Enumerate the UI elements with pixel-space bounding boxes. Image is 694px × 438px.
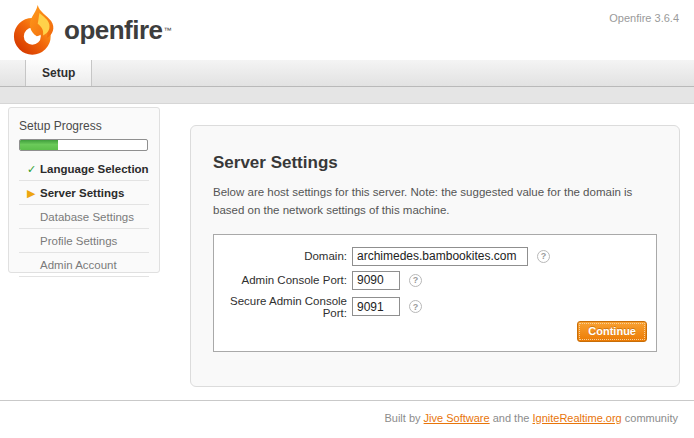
continue-button[interactable]: Continue (577, 321, 647, 342)
sidebar-item-admin-account[interactable]: Admin Account (19, 253, 149, 277)
page-title: Server Settings (213, 153, 657, 173)
form-row-admin-port: Admin Console Port: ? (214, 271, 644, 290)
progress-bar (19, 139, 148, 151)
sidebar-item-label: Database Settings (40, 211, 134, 223)
admin-port-label: Admin Console Port: (214, 274, 352, 286)
logo-trademark: ™ (164, 26, 172, 35)
sidebar-item-language-selection[interactable]: ✓ Language Selection (19, 157, 149, 181)
tab-bar: Setup (0, 60, 694, 87)
secure-port-label: Secure Admin Console Port: (214, 295, 352, 319)
help-icon[interactable]: ? (537, 250, 550, 263)
check-icon: ✓ (27, 164, 40, 175)
help-icon[interactable]: ? (409, 300, 422, 313)
form-row-domain: Domain: ? (214, 247, 644, 266)
logo-wordmark: openfire (64, 15, 163, 46)
footer-middle: and the (490, 412, 533, 424)
button-row: Continue (577, 321, 647, 342)
openfire-logo: openfire™ (10, 4, 172, 56)
header: openfire™ Openfire 3.6.4 (0, 0, 694, 60)
sidebar-item-server-settings[interactable]: ▶ Server Settings (19, 181, 149, 205)
sidebar-title: Setup Progress (19, 119, 149, 133)
sidebar-item-database-settings[interactable]: Database Settings (19, 205, 149, 229)
flame-icon (10, 4, 60, 56)
sidebar-item-label: Profile Settings (40, 235, 117, 247)
page-description: Below are host settings for this server.… (213, 184, 657, 220)
help-icon[interactable]: ? (409, 274, 422, 287)
secure-port-input[interactable] (352, 297, 400, 316)
content-area: Setup Progress ✓ Language Selection ▶ Se… (0, 104, 694, 399)
server-settings-form: Domain: ? Admin Console Port: ? Secure A… (213, 234, 657, 352)
domain-label: Domain: (214, 250, 352, 262)
sidebar-item-profile-settings[interactable]: Profile Settings (19, 229, 149, 253)
domain-input[interactable] (352, 247, 528, 266)
footer-suffix: community (622, 412, 678, 424)
setup-progress-sidebar: Setup Progress ✓ Language Selection ▶ Se… (8, 107, 160, 273)
version-label: Openfire 3.6.4 (609, 12, 679, 24)
arrow-right-icon: ▶ (27, 188, 40, 199)
sidebar-item-label: Language Selection (40, 163, 149, 175)
jive-software-link[interactable]: Jive Software (424, 412, 490, 424)
progress-bar-fill (20, 140, 58, 150)
igniterealtime-link[interactable]: IgniteRealtime.org (532, 412, 621, 424)
tab-setup[interactable]: Setup (25, 60, 92, 86)
footer: Built by Jive Software and the IgniteRea… (0, 400, 694, 438)
footer-prefix: Built by (384, 412, 423, 424)
sub-nav-bar (0, 87, 694, 104)
openfire-setup-page: openfire™ Openfire 3.6.4 Setup Setup Pro… (0, 0, 694, 438)
sidebar-item-label: Server Settings (40, 187, 124, 199)
server-settings-panel: Server Settings Below are host settings … (190, 125, 680, 387)
footer-credits: Built by Jive Software and the IgniteRea… (384, 412, 678, 424)
sidebar-item-label: Admin Account (40, 259, 117, 271)
admin-port-input[interactable] (352, 271, 400, 290)
form-row-secure-port: Secure Admin Console Port: ? (214, 295, 644, 319)
